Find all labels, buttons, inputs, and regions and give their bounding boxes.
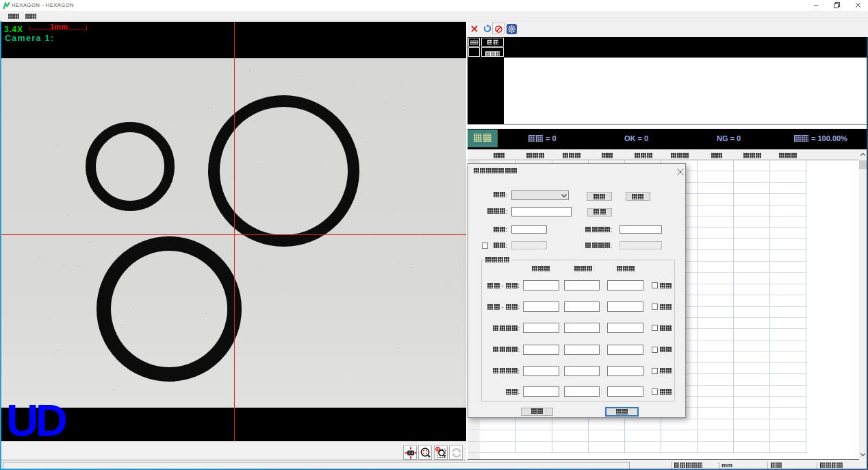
svg-text:1:1: 1:1 <box>408 451 413 455</box>
